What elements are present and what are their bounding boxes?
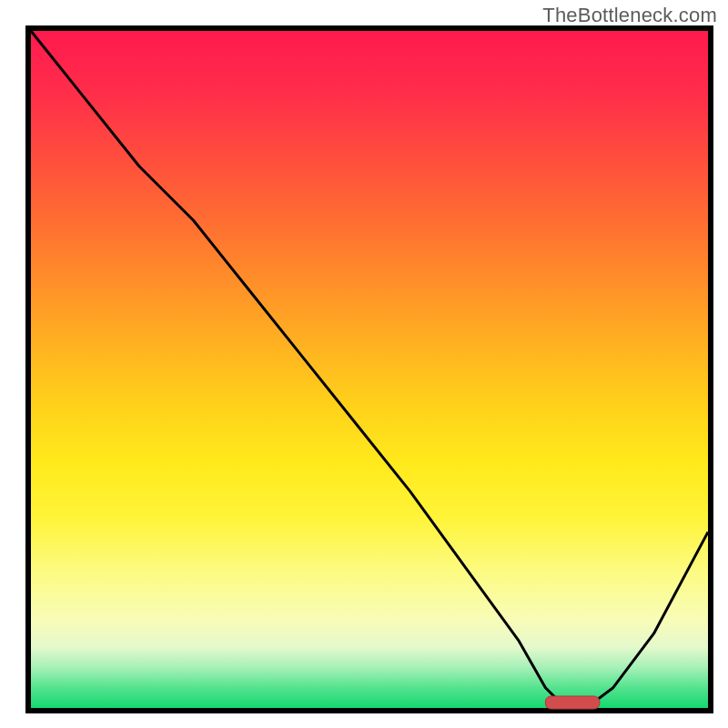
bottleneck-curve xyxy=(31,31,708,708)
watermark-text: TheBottleneck.com xyxy=(542,4,717,27)
plot-frame xyxy=(25,25,713,713)
curve-layer xyxy=(31,31,708,708)
minimum-marker xyxy=(545,696,600,709)
chart-container: TheBottleneck.com xyxy=(0,0,728,728)
